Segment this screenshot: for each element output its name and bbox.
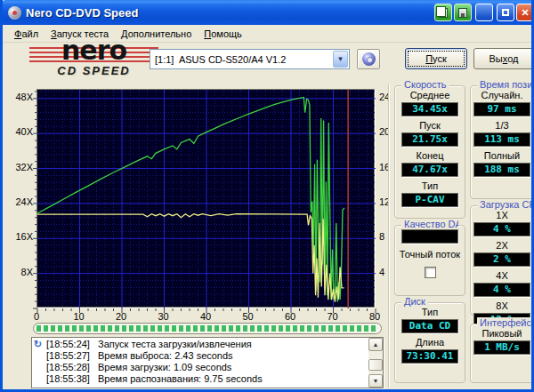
log-text: Время распознавания: 9.75 seconds: [98, 373, 263, 384]
exit-button[interactable]: Выход: [473, 48, 534, 69]
window-title: Nero CD-DVD Speed: [26, 6, 138, 20]
close-button[interactable]: ✕: [516, 4, 534, 21]
lcd-display: 4 %: [473, 222, 530, 236]
minimize-icon: _: [481, 11, 487, 21]
value-label: Пуск: [395, 120, 465, 132]
lcd-display: 21.75x: [401, 132, 458, 147]
panel-dae-title: Качество DAE: [401, 219, 458, 229]
value-label: Конец: [395, 150, 465, 162]
lcd-display: 34.45x: [401, 102, 458, 116]
log-time: [18:55:27]: [46, 350, 98, 362]
dae-score-display: [401, 229, 458, 244]
y-axis-left-tick: 8X: [6, 267, 33, 277]
value-label: 4X: [471, 270, 533, 282]
x-axis-tick: 60: [279, 311, 301, 322]
app-icon: [8, 6, 21, 20]
log-entry[interactable]: [18:55:27]Время выброса: 2.43 seconds: [32, 350, 368, 362]
accurate-stream-label: Точный поток: [395, 249, 465, 260]
save-button[interactable]: [454, 4, 472, 21]
lcd-display: 113 ms: [473, 132, 530, 147]
menu-item-помощь[interactable]: Помощь: [198, 27, 248, 41]
lcd-display: 1 MB/s: [473, 340, 530, 355]
log-time: [18:55:24]: [46, 339, 98, 350]
y-axis-left-tick: 32X: [6, 162, 33, 172]
log-listbox[interactable]: ↻[18:55:24]Запуск теста загрузки/извлече…: [31, 337, 384, 388]
x-axis-tick: 40: [195, 311, 216, 322]
logo-sub-text: CD SPEED: [29, 64, 158, 77]
lcd-display: 47.67x: [401, 163, 458, 177]
log-entry[interactable]: ↻[18:55:24]Запуск теста загрузки/извлече…: [32, 339, 368, 350]
logo-brand-text: nero: [29, 37, 158, 64]
accurate-stream-checkbox[interactable]: [425, 267, 436, 278]
panel-cpu-usage: Загрузка CPU 1X4 %2X2 %4X4 %8X12 %: [470, 205, 534, 316]
lcd-display: 73:30.41: [401, 349, 458, 364]
nero-logo: nero CD SPEED: [29, 44, 158, 78]
value-label: Случайн.: [471, 90, 533, 101]
value-label: Тип: [395, 180, 465, 192]
panel-disc-title: Диск: [401, 296, 428, 307]
log-text: Время выброса: 2.43 seconds: [98, 350, 233, 361]
value-label: 1/3: [471, 120, 533, 132]
y-axis-left-tick: 40X: [6, 126, 33, 137]
chart-canvas: [37, 90, 376, 308]
drive-select-value: [1:1] ASUS CD-S520/A4 V1.2: [150, 54, 332, 65]
maximize-icon: [502, 9, 509, 16]
maximize-button[interactable]: [497, 4, 514, 21]
start-button[interactable]: Пуск: [405, 48, 467, 69]
log-text: Время загрузки: 1.09 seconds: [98, 362, 231, 372]
scrollbar-thumb[interactable]: [368, 359, 383, 371]
lcd-display: 2 %: [473, 252, 530, 267]
value-label: Среднее: [395, 90, 465, 101]
series-rotation-speed-yellow: [37, 214, 344, 302]
cd-disc-icon: [362, 52, 376, 66]
log-entry[interactable]: [18:55:38]Время распознавания: 9.75 seco…: [32, 373, 368, 385]
x-axis-tick: 80: [364, 311, 385, 322]
report-button[interactable]: [434, 4, 452, 21]
value-label: Тип: [395, 307, 465, 318]
drive-select[interactable]: [1:1] ASUS CD-S520/A4 V1.2 ▼: [150, 49, 350, 69]
value-label: Пиковый: [471, 328, 533, 340]
log-time: [18:55:38]: [46, 373, 98, 385]
value-label: 1X: [471, 210, 533, 221]
panel-speed: Скорость Среднее34.45xПуск21.75xКонец47.…: [394, 85, 465, 219]
x-axis-tick: 10: [69, 311, 90, 322]
scroll-up-icon[interactable]: ▲: [368, 338, 383, 351]
x-axis-tick: 50: [238, 311, 259, 322]
series-read-speed-green: [37, 97, 344, 301]
panel-seek-times: Время позиции Случайн.97 ms1/3113 msПолн…: [470, 85, 534, 199]
save-floppy-icon: [458, 8, 467, 18]
value-label: Полный: [471, 150, 533, 162]
progress-fill: [36, 325, 378, 332]
panel-divider: [388, 84, 390, 388]
lcd-display: P-CAV: [401, 193, 458, 207]
app-window: Nero CD-DVD Speed _ ✕ ФайлЗапуск тестаДо…: [0, 0, 534, 392]
disc-info-button[interactable]: [357, 49, 380, 69]
panel-speed-title: Скорость: [401, 79, 449, 90]
log-text: Запуск теста загрузки/извлечения: [98, 339, 252, 349]
y-axis-left-tick: 16X: [6, 231, 33, 242]
copy-report-icon: [439, 8, 448, 18]
panel-interface: Интерфейс Пиковый1 MB/s: [470, 324, 534, 383]
lcd-display: 4 %: [473, 283, 530, 297]
x-axis-tick: 0: [26, 311, 47, 322]
panel-disc: Диск ТипData CDДлина73:30.41: [394, 302, 465, 383]
y-axis-left-tick: 24X: [6, 196, 33, 207]
speed-chart: [36, 89, 375, 308]
y-axis-left-tick: 48X: [6, 92, 33, 102]
close-icon: ✕: [521, 7, 529, 19]
panel-dae-quality: Качество DAE Точный поток: [394, 225, 465, 296]
minimize-button[interactable]: _: [475, 4, 493, 21]
chevron-down-icon[interactable]: ▼: [333, 51, 348, 68]
title-bar[interactable]: Nero CD-DVD Speed _ ✕: [0, 0, 534, 25]
log-scrollbar[interactable]: ▲ ▼: [368, 338, 383, 388]
value-label: 2X: [471, 240, 533, 252]
x-axis-tick: 20: [110, 311, 132, 322]
log-entry[interactable]: [18:55:28]Время загрузки: 1.09 seconds: [32, 362, 368, 373]
value-label: Длина: [395, 337, 465, 348]
test-running-icon: ↻: [34, 339, 42, 350]
log-time: [18:55:28]: [46, 362, 98, 373]
x-axis-tick: 70: [322, 311, 344, 322]
scroll-down-icon[interactable]: ▼: [368, 374, 383, 388]
test-progress-bar: [33, 323, 382, 334]
panel-interface-title: Интерфейс: [477, 317, 534, 328]
